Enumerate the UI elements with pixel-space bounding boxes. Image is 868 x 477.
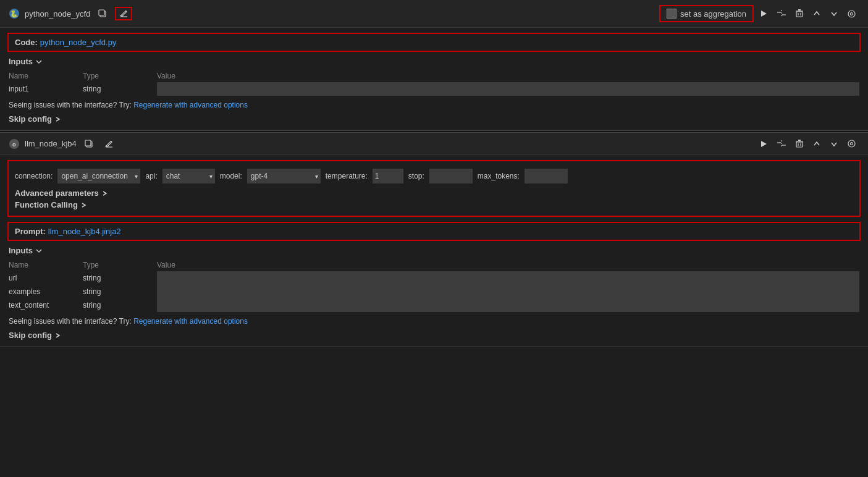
max-tokens-input[interactable]: [525, 169, 568, 184]
function-calling-label: Function Calling: [15, 200, 78, 209]
table-row: input1 string: [9, 82, 859, 96]
svg-rect-25: [796, 142, 803, 147]
stop-label: stop:: [408, 172, 424, 180]
llm-input-type-url: string: [83, 271, 157, 285]
issues-text-2: Seeing issues with the interface? Try:: [9, 317, 132, 326]
prompt-file-link[interactable]: llm_node_kjb4.jinja2: [48, 227, 121, 236]
advanced-params-chevron-icon: [101, 190, 109, 197]
table-row: text_content string: [9, 298, 859, 312]
api-label: api:: [145, 172, 157, 180]
col-value-header: Value: [157, 70, 859, 82]
llm-node-panel: ⚙ llm_node_kjb4: [0, 133, 868, 347]
function-calling-chevron-icon: [80, 201, 88, 209]
llm-edit-button[interactable]: [101, 138, 116, 150]
inputs-header[interactable]: Inputs: [9, 57, 859, 66]
connection-select[interactable]: open_ai_connection: [57, 169, 140, 184]
function-calling-row[interactable]: Function Calling: [15, 200, 853, 209]
llm-input-name-text-content: text_content: [9, 298, 83, 312]
llm-col-value-header: Value: [157, 259, 859, 271]
code-file-link[interactable]: python_node_ycfd.py: [40, 38, 117, 47]
llm-col-type-header: Type: [83, 259, 157, 271]
code-file-box: Code: python_node_ycfd.py: [7, 33, 861, 52]
llm-params-box: connection: open_ai_connection ▾ api: ch…: [7, 160, 861, 217]
skip-config-chevron-icon-1: [54, 116, 62, 123]
stop-input[interactable]: [429, 169, 473, 184]
skip-config-label-2: Skip config: [9, 331, 52, 340]
api-select[interactable]: chat completion: [162, 169, 215, 184]
run-button[interactable]: [756, 8, 771, 19]
svg-text:⚙: ⚙: [12, 141, 16, 148]
llm-input-value-examples[interactable]: [157, 285, 859, 298]
llm-inputs-table-header: Name Type Value: [9, 259, 859, 271]
move-down-button[interactable]: [827, 8, 841, 19]
code-label: Code:: [15, 38, 38, 47]
model-select[interactable]: gpt-4 gpt-3.5-turbo gpt-3.5-turbo-16k: [247, 169, 321, 184]
split-button[interactable]: [773, 8, 790, 19]
llm-run-button[interactable]: [756, 138, 771, 150]
llm-col-name-header: Name: [9, 259, 83, 271]
llm-inputs-section: Inputs Name Type Value url string exampl…: [9, 246, 859, 312]
python-inputs-section: Inputs Name Type Value input1 string: [9, 57, 859, 96]
table-row: examples string: [9, 285, 859, 298]
col-type-header: Type: [83, 70, 157, 82]
aggregation-label: set as aggregation: [680, 9, 746, 19]
move-up-button[interactable]: [809, 8, 824, 19]
prompt-line: Prompt: llm_node_kjb4.jinja2: [15, 227, 853, 236]
settings-button[interactable]: [844, 8, 859, 20]
temperature-label: temperature:: [326, 172, 368, 180]
aggregation-checkbox[interactable]: [667, 9, 676, 19]
skip-config-2[interactable]: Skip config: [9, 331, 859, 340]
table-row: url string: [9, 271, 859, 285]
issues-line-2: Seeing issues with the interface? Try: R…: [9, 317, 859, 326]
llm-input-name-examples: examples: [9, 285, 83, 298]
svg-point-15: [851, 12, 853, 15]
svg-rect-19: [85, 140, 91, 146]
python-copy-button[interactable]: [95, 8, 110, 19]
llm-input-value-text-content[interactable]: [157, 298, 859, 312]
connection-label: connection:: [15, 172, 53, 180]
regenerate-link-1[interactable]: Regenerate with advanced options: [133, 101, 248, 109]
model-select-wrapper: gpt-4 gpt-3.5-turbo gpt-3.5-turbo-16k ▾: [247, 169, 321, 184]
inputs-chevron-icon: [35, 58, 43, 65]
python-node-title: python_node_ycfd: [25, 9, 90, 19]
skip-config-1[interactable]: Skip config: [9, 114, 859, 124]
llm-delete-button[interactable]: [792, 138, 807, 150]
llm-input-name-url: url: [9, 271, 83, 285]
python-node-toolbar: set as aggregation: [659, 5, 859, 22]
prompt-label: Prompt:: [15, 227, 46, 236]
advanced-params-row[interactable]: Advanced parameters: [15, 188, 853, 198]
python-node-header: 🐍 python_node_ycfd set a: [0, 0, 868, 28]
input-value-input1[interactable]: [157, 82, 859, 96]
code-line: Code: python_node_ycfd.py: [15, 38, 853, 47]
svg-point-14: [848, 11, 855, 17]
regenerate-link-2[interactable]: Regenerate with advanced options: [133, 317, 248, 326]
llm-copy-button[interactable]: [82, 138, 96, 150]
svg-rect-9: [796, 12, 803, 17]
svg-marker-5: [761, 11, 767, 17]
input-type-input1: string: [83, 82, 157, 96]
llm-node-header: ⚙ llm_node_kjb4: [0, 133, 868, 155]
inputs-label: Inputs: [9, 57, 33, 66]
llm-settings-button[interactable]: [844, 138, 859, 150]
skip-config-chevron-icon-2: [54, 332, 62, 339]
temperature-input[interactable]: [373, 169, 403, 184]
delete-button[interactable]: [792, 8, 807, 19]
llm-inputs-header[interactable]: Inputs: [9, 246, 859, 255]
llm-move-up-button[interactable]: [809, 138, 824, 150]
llm-input-type-text-content: string: [83, 298, 157, 312]
svg-text:🐍: 🐍: [10, 9, 19, 18]
llm-input-value-url[interactable]: [157, 271, 859, 285]
llm-move-down-button[interactable]: [827, 138, 841, 150]
python-edit-button[interactable]: [115, 7, 132, 20]
svg-marker-21: [761, 141, 767, 147]
llm-inputs-label: Inputs: [9, 246, 33, 255]
llm-split-button[interactable]: [773, 138, 790, 150]
aggregation-wrapper: set as aggregation: [659, 5, 754, 22]
llm-inputs-chevron-icon: [35, 247, 43, 255]
prompt-file-box: Prompt: llm_node_kjb4.jinja2: [7, 222, 861, 241]
svg-point-30: [848, 140, 855, 147]
input-name-input1: input1: [9, 82, 83, 96]
python-node-icon: 🐍: [9, 8, 20, 19]
svg-rect-3: [99, 10, 104, 15]
skip-config-label-1: Skip config: [9, 114, 52, 124]
